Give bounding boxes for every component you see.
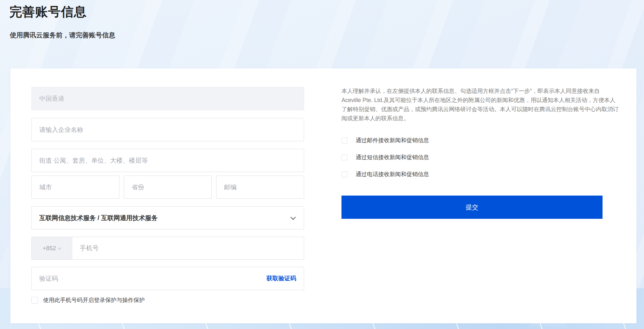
company-name-field xyxy=(31,118,304,141)
street-address-input[interactable] xyxy=(32,149,304,172)
chevron-down-icon xyxy=(291,215,296,220)
consent-option-email: 通过邮件接收新闻和促销信息 xyxy=(341,137,429,144)
phone-number-field: +852 xyxy=(31,237,304,260)
country-field xyxy=(31,87,304,110)
company-name-input[interactable] xyxy=(32,118,304,141)
phone-consent-checkbox[interactable] xyxy=(341,171,347,177)
sms-consent-checkbox[interactable] xyxy=(341,154,347,160)
captcha-input[interactable] xyxy=(32,267,266,290)
page-subtitle: 使用腾讯云服务前，请完善账号信息 xyxy=(10,31,115,40)
chevron-down-icon xyxy=(58,246,62,249)
captcha-field: 获取验证码 xyxy=(31,267,304,290)
consent-paragraph: 本人理解并承认，在左侧提供本人的联系信息、勾选适用方框并点击“下一步”，即表示本… xyxy=(341,87,620,123)
consent-option-phone: 通过电话接收新闻和促销信息 xyxy=(341,170,429,178)
street-address-field xyxy=(31,149,304,172)
form-card: 互联网信息技术服务 / 互联网通用技术服务 +852 获取验证码 使用此手机号码… xyxy=(10,68,636,323)
email-consent-checkbox[interactable] xyxy=(341,138,347,143)
phone-number-input[interactable] xyxy=(72,237,304,259)
postcode-field xyxy=(216,175,304,199)
account-completion-page: 完善账号信息 使用腾讯云服务前，请完善账号信息 互联网信息技术服务 / 互联网通… xyxy=(0,0,644,329)
login-protection-label: 使用此手机号码开启登录保护与操作保护 xyxy=(43,296,145,304)
city-field xyxy=(31,175,119,199)
industry-selected-value: 互联网信息技术服务 / 互联网通用技术服务 xyxy=(32,214,158,222)
page-title: 完善账号信息 xyxy=(9,3,87,20)
get-captcha-code-button[interactable]: 获取验证码 xyxy=(266,274,296,283)
city-province-postcode-row xyxy=(31,175,304,199)
sms-consent-label: 通过短信接收新闻和促销信息 xyxy=(356,154,429,161)
industry-select[interactable]: 互联网信息技术服务 / 互联网通用技术服务 xyxy=(31,206,304,229)
country-input xyxy=(32,87,304,110)
login-protection-row: 使用此手机号码开启登录保护与操作保护 xyxy=(31,296,145,304)
country-code-select[interactable]: +852 xyxy=(32,237,72,259)
consent-option-sms: 通过短信接收新闻和促销信息 xyxy=(341,154,429,161)
email-consent-label: 通过邮件接收新闻和促销信息 xyxy=(356,137,429,144)
country-code-value: +852 xyxy=(43,245,56,252)
province-input[interactable] xyxy=(124,176,211,198)
province-field xyxy=(124,175,212,199)
postcode-input[interactable] xyxy=(216,176,304,198)
submit-button[interactable]: 提交 xyxy=(341,196,603,219)
phone-consent-label: 通过电话接收新闻和促销信息 xyxy=(356,170,429,178)
city-input[interactable] xyxy=(32,176,119,198)
login-protection-checkbox[interactable] xyxy=(31,297,38,304)
